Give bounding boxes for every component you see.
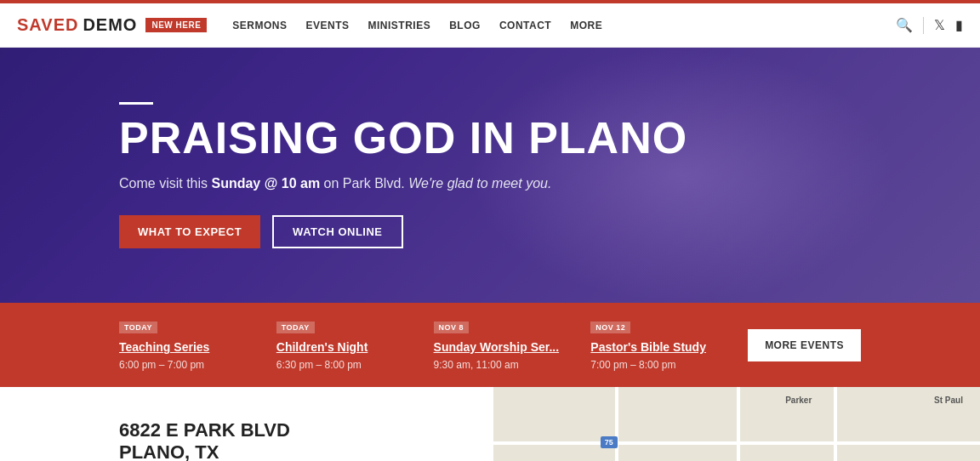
event-time-1: 6:30 pm – 8:00 pm xyxy=(276,359,362,371)
nav-links: SERMONS EVENTS MINISTRIES BLOG CONTACT M… xyxy=(232,20,896,31)
new-here-badge[interactable]: NEW HERE xyxy=(145,18,207,32)
nav-right: 🔍 𝕏 ▮ xyxy=(896,17,963,34)
location-section: 6822 E PARK BLVD PLANO, TX DIRECTIONS LO… xyxy=(0,387,980,461)
address-line1: 6822 E PARK BLVD xyxy=(119,419,374,441)
nav-blog[interactable]: BLOG xyxy=(449,20,481,31)
nav-ministries[interactable]: MINISTRIES xyxy=(368,20,431,31)
map-label-stpaul: St Paul xyxy=(934,396,963,405)
event-title-1[interactable]: Children's Night xyxy=(276,340,417,354)
event-title-2[interactable]: Sunday Worship Ser... xyxy=(434,340,574,354)
nav-sermons[interactable]: SERMONS xyxy=(232,20,287,31)
event-time-3: 7:00 pm – 8:00 pm xyxy=(590,359,675,371)
event-item-1: TODAY Children's Night 6:30 pm – 8:00 pm xyxy=(276,318,434,372)
nav-events[interactable]: EVENTS xyxy=(306,20,350,31)
map-background: Parker St Paul 75 xyxy=(493,387,980,461)
map-road-vertical-3 xyxy=(834,387,837,461)
nav-contact[interactable]: CONTACT xyxy=(499,20,551,31)
event-time-2: 9:30 am, 11:00 am xyxy=(434,359,519,371)
map-road-vertical-1 xyxy=(615,387,618,461)
event-item-2: NOV 8 Sunday Worship Ser... 9:30 am, 11:… xyxy=(434,318,591,372)
what-to-expect-button[interactable]: WHAT TO EXPECT xyxy=(119,215,260,248)
event-badge-1: TODAY xyxy=(276,322,315,333)
logo-demo: DEMO xyxy=(83,15,137,35)
subtitle-mid: on Park Blvd. xyxy=(324,176,409,191)
site-logo[interactable]: SAVED DEMO NEW HERE xyxy=(17,15,207,35)
more-events-button[interactable]: MORE EVENTS xyxy=(748,329,861,361)
map-label-parker: Parker xyxy=(785,396,812,405)
location-address: 6822 E PARK BLVD PLANO, TX xyxy=(119,419,374,461)
hero-line-decoration xyxy=(119,102,153,105)
event-title-0[interactable]: Teaching Series xyxy=(119,340,259,354)
event-title-3[interactable]: Pastor's Bible Study xyxy=(590,340,731,354)
event-item-0: TODAY Teaching Series 6:00 pm – 7:00 pm xyxy=(119,318,276,372)
navbar: SAVED DEMO NEW HERE SERMONS EVENTS MINIS… xyxy=(0,3,980,48)
facebook-icon[interactable]: ▮ xyxy=(955,17,963,33)
nav-more[interactable]: MORE xyxy=(570,20,602,31)
map-highway-shield: 75 xyxy=(601,436,618,448)
event-badge-0: TODAY xyxy=(119,322,157,333)
nav-divider xyxy=(923,17,924,34)
event-badge-3: NOV 12 xyxy=(590,322,630,333)
search-icon[interactable]: 🔍 xyxy=(896,17,913,33)
location-info: 6822 E PARK BLVD PLANO, TX DIRECTIONS LO… xyxy=(0,387,493,461)
watch-online-button[interactable]: WATCH ONLINE xyxy=(272,215,402,248)
twitter-icon[interactable]: 𝕏 xyxy=(934,17,945,33)
hero-title: PRAISING GOD IN PLANO xyxy=(119,115,687,162)
hero-section: PRAISING GOD IN PLANO Come visit this Su… xyxy=(0,48,980,303)
map-road-vertical-2 xyxy=(737,387,740,461)
subtitle-bold: Sunday @ 10 am xyxy=(211,176,320,191)
events-strip: TODAY Teaching Series 6:00 pm – 7:00 pm … xyxy=(0,303,980,387)
subtitle-italic: We're glad to meet you. xyxy=(408,176,551,191)
event-badge-2: NOV 8 xyxy=(434,322,470,333)
subtitle-plain: Come visit this xyxy=(119,176,211,191)
hero-buttons: WHAT TO EXPECT WATCH ONLINE xyxy=(119,215,687,248)
event-time-0: 6:00 pm – 7:00 pm xyxy=(119,359,204,371)
hero-content: PRAISING GOD IN PLANO Come visit this Su… xyxy=(0,102,806,249)
address-line2: PLANO, TX xyxy=(119,441,374,461)
hero-subtitle: Come visit this Sunday @ 10 am on Park B… xyxy=(119,176,687,191)
event-item-3: NOV 12 Pastor's Bible Study 7:00 pm – 8:… xyxy=(590,318,748,372)
logo-saved: SAVED xyxy=(17,15,78,35)
map-area[interactable]: Parker St Paul 75 xyxy=(493,387,980,461)
